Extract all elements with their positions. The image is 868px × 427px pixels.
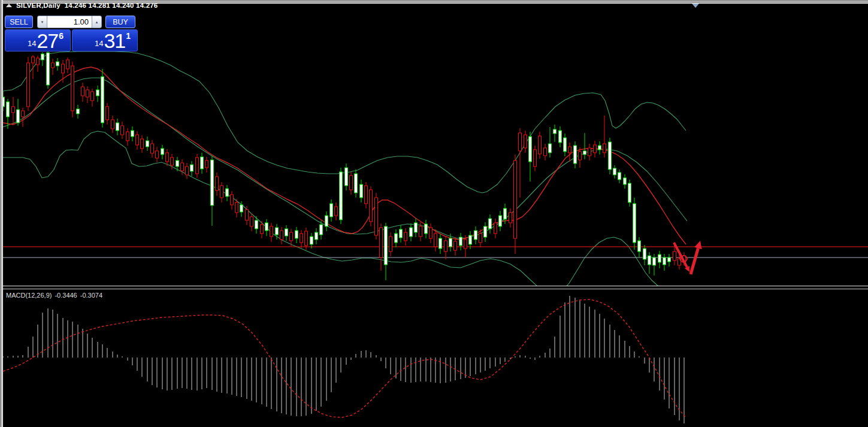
buy-price-handle: 14: [95, 39, 103, 48]
one-click-trade-widget: SELL ▼ ▲ BUY 14 27 6 14 31 1: [5, 16, 138, 52]
symbol-period-label: SILVER,Daily: [16, 2, 61, 9]
macd-name: MACD(12,26,9): [6, 292, 52, 299]
trade-prices-row: 14 27 6 14 31 1: [5, 29, 138, 52]
chart-title-bar: SILVER,Daily 14.246 14.281 14.240 14.276: [6, 2, 158, 9]
buy-price-panel[interactable]: 14 31 1: [72, 29, 138, 52]
ohlc-values: 14.246 14.281 14.240 14.276: [65, 2, 158, 9]
spinner-up-icon: ▲: [95, 20, 99, 24]
chart-window: SILVER,Daily 14.246 14.281 14.240 14.276…: [0, 0, 868, 427]
sell-price-pip: 6: [59, 31, 63, 41]
panel-separator-top[interactable]: [3, 286, 868, 286]
sell-price-panel[interactable]: 14 27 6: [5, 29, 71, 52]
volume-input[interactable]: [47, 16, 92, 28]
trade-buttons-row: SELL ▼ ▲ BUY: [5, 16, 138, 28]
buy-price-pip: 1: [126, 31, 131, 41]
buy-button[interactable]: BUY: [105, 16, 135, 28]
panel-separator-bottom[interactable]: [3, 289, 868, 289]
chart-canvas: [0, 0, 868, 427]
collapse-triangle-icon[interactable]: [6, 4, 12, 7]
macd-signal-value: -0.3074: [80, 292, 102, 299]
scroll-marker-icon[interactable]: [692, 4, 699, 8]
window-left-border: [0, 0, 3, 427]
buy-price-big: 31: [104, 32, 125, 50]
sell-price-handle: 14: [28, 39, 36, 48]
volume-decrease-button[interactable]: ▼: [37, 16, 47, 28]
volume-increase-button[interactable]: ▲: [92, 16, 102, 28]
macd-indicator-label: MACD(12,26,9) -0.3446 -0.3074: [6, 292, 102, 299]
sell-price-big: 27: [37, 32, 58, 50]
sell-button[interactable]: SELL: [5, 16, 33, 28]
spinner-down-icon: ▼: [41, 20, 44, 24]
macd-main-value: -0.3446: [55, 292, 77, 299]
